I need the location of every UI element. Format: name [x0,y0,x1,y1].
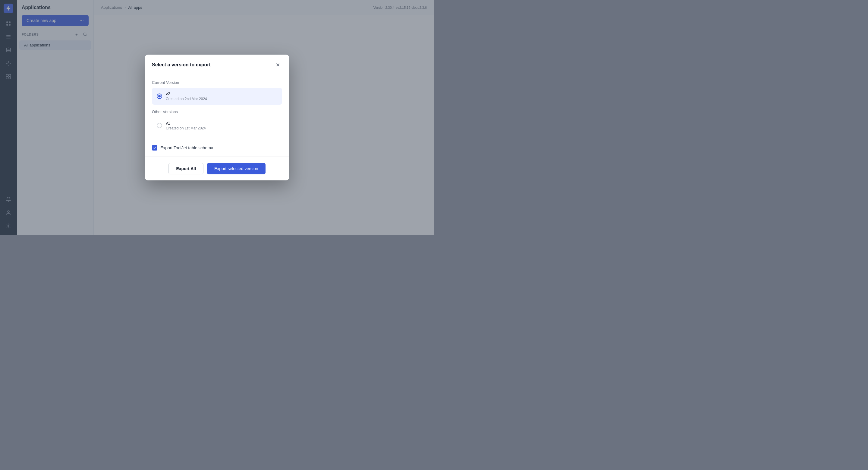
footer-divider2 [145,156,289,157]
v1-info: v1 Created on 1st Mar 2024 [166,121,206,130]
modal-actions: Export All Export selected version [152,162,282,174]
checkbox-row: Export ToolJet table schema [152,145,282,150]
export-schema-checkbox[interactable] [152,145,157,150]
v1-radio[interactable] [157,123,162,128]
modal-header: Select a version to export [145,55,289,74]
modal-overlay[interactable]: Select a version to export Current Versi… [0,0,434,235]
modal-body: Current Version v2 Created on 2nd Mar 20… [145,74,289,180]
export-selected-button[interactable]: Export selected version [207,163,266,174]
modal-title: Select a version to export [152,62,211,67]
checkbox-label: Export ToolJet table schema [160,145,213,150]
current-version-radio[interactable] [157,93,162,99]
v1-name: v1 [166,121,206,125]
export-all-button[interactable]: Export All [168,163,204,174]
current-version-option[interactable]: v2 Created on 2nd Mar 2024 [152,88,282,105]
other-versions-label: Other Versions [152,110,282,114]
version-option-v1[interactable]: v1 Created on 1st Mar 2024 [152,117,282,134]
current-version-date: Created on 2nd Mar 2024 [166,97,207,101]
other-versions-section: Other Versions v1 Created on 1st Mar 202… [152,110,282,134]
modal-close-button[interactable] [274,61,282,69]
export-modal: Select a version to export Current Versi… [145,55,289,180]
footer-divider [152,140,282,140]
current-version-info: v2 Created on 2nd Mar 2024 [166,91,207,101]
v1-date: Created on 1st Mar 2024 [166,126,206,130]
current-version-name: v2 [166,91,207,96]
current-version-label: Current Version [152,80,282,85]
